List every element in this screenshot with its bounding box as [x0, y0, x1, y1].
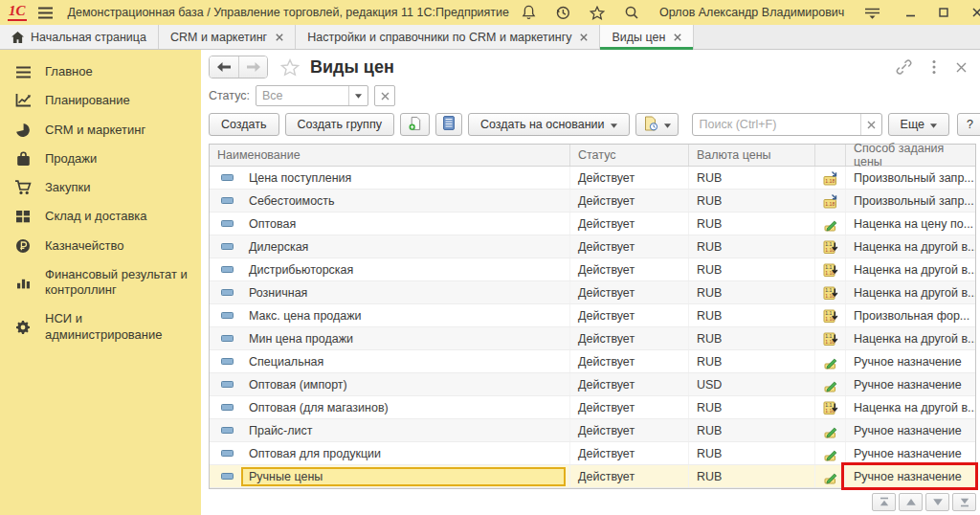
go-to-top-button[interactable] — [872, 493, 896, 511]
currency-cell: RUB — [688, 396, 814, 418]
column-header-method[interactable]: Способ задания цены — [845, 145, 975, 166]
column-header-name[interactable]: Наименование — [210, 145, 569, 166]
sidebar-item[interactable]: Главное — [0, 57, 201, 86]
method-icon: 1.18 — [823, 170, 838, 186]
favorite-star-icon[interactable] — [280, 58, 300, 77]
combo-dropdown-icon[interactable] — [348, 86, 368, 105]
tab[interactable]: Настройки и справочники по CRM и маркети… — [296, 25, 600, 49]
search-clear-icon[interactable] — [860, 114, 881, 135]
sidebar-item-label: Казначейство — [45, 238, 123, 254]
search-box — [692, 113, 882, 136]
name-cell: Ручные цены — [210, 465, 569, 487]
method-icon-cell: 1.11.18 — [814, 258, 845, 280]
copy-button[interactable] — [400, 113, 430, 136]
table-row[interactable]: Макс. цена продажи Действует RUB 1.11.18… — [210, 304, 975, 327]
sidebar-item[interactable]: Казначейство — [0, 232, 201, 260]
go-to-bottom-button[interactable] — [952, 493, 976, 511]
move-down-button[interactable] — [925, 493, 949, 511]
table-row[interactable]: Мин цена продажи Действует RUB 1.11.18 Н… — [210, 327, 975, 350]
column-header-currency[interactable]: Валюта цены — [688, 145, 814, 166]
search-input[interactable] — [693, 114, 860, 135]
price-type-item-icon — [221, 427, 234, 434]
status-filter-clear-button[interactable] — [374, 85, 395, 106]
kebab-menu-icon[interactable] — [932, 59, 936, 75]
tab[interactable]: CRM и маркетинг — [159, 25, 296, 49]
sidebar-item[interactable]: Склад и доставка — [0, 202, 201, 231]
move-up-button[interactable] — [899, 493, 923, 511]
sidebar-item[interactable]: CRM и маркетинг — [0, 116, 201, 145]
favorites-icon[interactable] — [589, 4, 606, 21]
maximize-button[interactable] — [935, 4, 952, 21]
sidebar-item[interactable]: НСИ и администрирование — [0, 304, 201, 349]
sidebar-item-icon — [13, 123, 33, 138]
tab[interactable]: Виды цен — [600, 25, 694, 49]
report-button[interactable] — [635, 113, 679, 136]
table-row[interactable]: Оптовая (импорт) Действует USD Ручное на… — [210, 373, 975, 396]
status-filter-combo[interactable]: Все — [256, 85, 368, 106]
table-row[interactable]: Розничная Действует RUB 1.11.18 Наценка … — [210, 281, 975, 304]
svg-text:1.1: 1.1 — [825, 287, 832, 293]
tab-close-icon[interactable] — [580, 34, 588, 41]
table-row[interactable]: Дилерская Действует RUB 1.11.18 Наценка … — [210, 235, 975, 258]
method-cell: Наценка на другой в... — [845, 258, 975, 280]
price-type-name: Дилерская — [241, 237, 566, 257]
table-row[interactable]: Цена поступления Действует RUB 1.18 Прои… — [210, 167, 975, 190]
method-cell: Наценка на другой в... — [845, 281, 975, 303]
sidebar-item-icon — [13, 276, 33, 289]
column-header-status[interactable]: Статус — [569, 145, 688, 166]
table-row[interactable]: Себестоимость Действует RUB 1.18 Произво… — [210, 190, 975, 213]
table-row[interactable]: Прайс-лист Действует RUB Ручное назначен… — [210, 419, 975, 442]
table-row[interactable]: Оптовая (для магазинов) Действует RUB 1.… — [210, 396, 975, 419]
sidebar-item[interactable]: Планирование — [0, 86, 201, 115]
status-cell: Действует — [569, 167, 688, 189]
history-icon[interactable] — [554, 4, 571, 21]
close-window-button[interactable] — [969, 4, 980, 21]
method-cell: Ручное назначение — [845, 442, 975, 464]
list-settings-button[interactable] — [435, 113, 462, 136]
method-icon-cell — [814, 419, 845, 441]
currency-cell: RUB — [688, 327, 814, 349]
method-cell: Ручное назначение — [845, 350, 975, 372]
name-cell: Дилерская — [210, 235, 569, 258]
minimize-button[interactable] — [902, 4, 919, 21]
table-row[interactable]: Дистрибьюторская Действует RUB 1.11.18 Н… — [210, 258, 975, 281]
name-cell: Цена поступления — [210, 167, 569, 189]
table-row[interactable]: Специальная Действует RUB Ручное назначе… — [210, 350, 975, 373]
currency-cell: RUB — [688, 465, 814, 487]
sidebar-item[interactable]: Финансовый результат и контроллинг — [0, 260, 201, 305]
method-icon — [823, 377, 838, 392]
table-row[interactable]: Оптовая Действует RUB Наценка на цену по… — [210, 213, 975, 235]
create-button[interactable]: Создать — [209, 113, 279, 136]
forward-button[interactable] — [238, 56, 267, 78]
tab-close-icon[interactable] — [674, 34, 681, 41]
table-body: Цена поступления Действует RUB 1.18 Прои… — [210, 167, 975, 488]
sidebar-item[interactable]: Закупки — [0, 173, 201, 202]
close-form-icon[interactable] — [956, 62, 967, 73]
create-group-button[interactable]: Создать группу — [285, 113, 394, 136]
tab[interactable]: Начальная страница — [0, 25, 159, 49]
back-button[interactable] — [210, 56, 238, 78]
service-menu-icon[interactable] — [863, 4, 880, 21]
currency-cell: RUB — [688, 304, 814, 326]
method-icon — [823, 469, 838, 484]
currency-cell: USD — [688, 373, 814, 395]
notifications-icon[interactable] — [520, 4, 537, 21]
current-user[interactable]: Орлов Александр Владимирович — [659, 6, 844, 19]
create-based-on-button[interactable]: Создать на основании — [468, 113, 630, 136]
toolbar: Создать Создать группу Создать на основа… — [209, 113, 970, 136]
more-button[interactable]: Еще — [888, 113, 949, 136]
help-button[interactable]: ? — [957, 113, 980, 136]
sidebar-item-icon — [13, 151, 33, 167]
main-menu-icon[interactable] — [37, 4, 54, 21]
svg-text:1.1: 1.1 — [825, 402, 832, 408]
table-row[interactable]: Оптовая для продукции Действует RUB Ручн… — [210, 442, 975, 465]
status-cell: Действует — [569, 258, 688, 280]
get-link-icon[interactable] — [896, 59, 912, 75]
price-type-name: Цена поступления — [241, 168, 566, 188]
method-icon — [823, 423, 838, 438]
global-search-icon[interactable] — [623, 4, 640, 21]
table-row[interactable]: Ручные цены Действует RUB Ручное назначе… — [210, 465, 975, 488]
tab-close-icon[interactable] — [276, 34, 283, 41]
sidebar-item[interactable]: Продажи — [0, 145, 201, 173]
sidebar-item-label: Планирование — [45, 93, 130, 108]
